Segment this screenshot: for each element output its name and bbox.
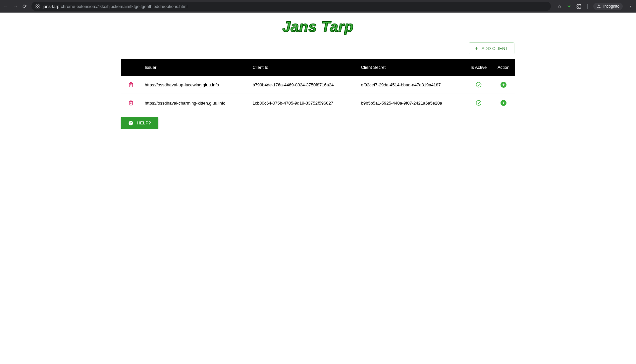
plus-icon: +	[475, 45, 478, 51]
table-row: https://ossdhaval-up-lacewing.gluu.info …	[121, 76, 515, 94]
cell-client-secret: ef92cef7-29da-4514-bbaa-a47a319a4187	[357, 76, 465, 94]
app-logo: Jans Tarp	[121, 19, 515, 35]
table-row: https://ossdhaval-charming-kitten.gluu.i…	[121, 94, 515, 112]
forward-icon[interactable]: →	[13, 4, 18, 9]
cell-issuer: https://ossdhaval-charming-kitten.gluu.i…	[141, 94, 248, 112]
help-button[interactable]: HELP?	[121, 117, 158, 129]
extension-icon	[35, 4, 40, 9]
cell-client-id: 1cb80c64-075b-4705-9d19-33752f596027	[248, 94, 357, 112]
cell-issuer: https://ossdhaval-up-lacewing.gluu.info	[141, 76, 248, 94]
reload-icon[interactable]: ⟳	[23, 3, 27, 9]
toolbar-right: ☆ ✶ | Incognito ⋮	[557, 3, 633, 10]
nav-arrows: ← →	[3, 4, 18, 9]
cell-client-secret: b9b5b5a1-5925-440a-9f07-2421a6a5e20a	[357, 94, 465, 112]
clients-table: Issuer Client Id Client Secret Is Active…	[121, 59, 515, 112]
check-circle-icon	[476, 100, 482, 105]
header-delete	[121, 59, 141, 76]
add-client-label: ADD CLIENT	[482, 46, 508, 51]
header-action: Action	[492, 59, 515, 76]
header-is-active: Is Active	[465, 59, 492, 76]
app-indicator-icon[interactable]: ✶	[567, 4, 571, 9]
help-icon	[128, 120, 133, 126]
page-content: Jans Tarp + ADD CLIENT Issuer Client Id …	[121, 13, 515, 129]
help-label: HELP?	[137, 120, 151, 125]
svg-point-1	[476, 101, 481, 106]
header-issuer: Issuer	[141, 59, 248, 76]
add-client-button[interactable]: + ADD CLIENT	[469, 42, 514, 54]
check-circle-icon	[476, 82, 482, 87]
back-icon[interactable]: ←	[3, 4, 8, 9]
url-bar[interactable]: jans-tarp chrome-extension://lkkoihjbcke…	[31, 2, 551, 11]
incognito-badge[interactable]: Incognito	[593, 3, 623, 10]
svg-point-0	[476, 82, 481, 87]
cell-client-id: b799b4de-176a-4469-8024-3750f8716a24	[248, 76, 357, 94]
action-bolt-icon[interactable]	[501, 82, 506, 88]
star-icon[interactable]: ☆	[557, 4, 562, 9]
action-bolt-icon[interactable]	[501, 100, 506, 106]
incognito-icon	[597, 4, 601, 9]
header-client-id: Client Id	[248, 59, 357, 76]
incognito-label: Incognito	[603, 4, 619, 9]
delete-icon[interactable]	[128, 82, 133, 87]
url-domain: jans-tarp	[43, 4, 60, 9]
browser-toolbar: ← → ⟳ jans-tarp chrome-extension://lkkoi…	[0, 0, 636, 13]
extensions-icon[interactable]	[576, 3, 582, 9]
url-path: chrome-extension://lkkoihjbckemaimfkfgei…	[61, 4, 187, 9]
kebab-menu-icon[interactable]: ⋮	[628, 4, 633, 9]
delete-icon[interactable]	[128, 100, 133, 105]
header-client-secret: Client Secret	[357, 59, 465, 76]
